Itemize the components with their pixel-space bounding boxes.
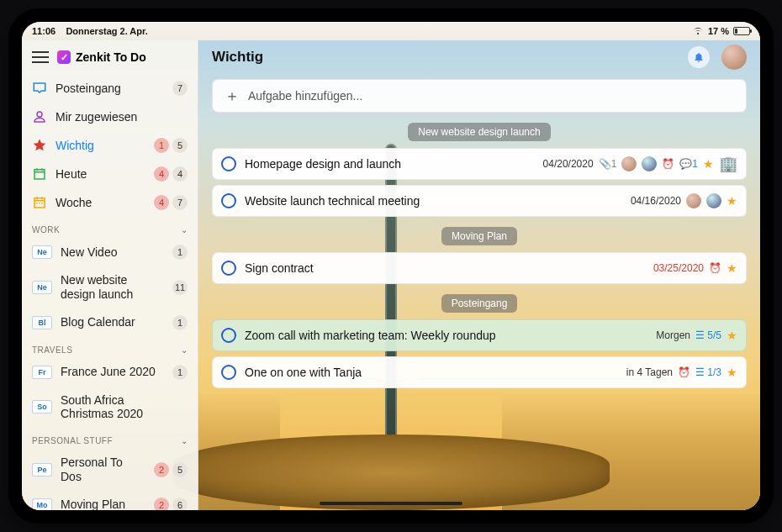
sidebar-list-item[interactable]: Ne New Video 1: [22, 238, 198, 266]
calendar-today-icon: [32, 166, 47, 182]
task-row[interactable]: Homepage design and launch 04/20/2020📎1⏰…: [212, 148, 747, 180]
sidebar-item-label: South Africa Christmas 2020: [61, 393, 179, 422]
list-abbr-icon: Ne: [32, 281, 52, 294]
star-icon[interactable]: ★: [703, 157, 714, 171]
task-title: One on one with Tanja: [245, 366, 618, 379]
chevron-down-icon: ⌄: [181, 345, 188, 355]
count-badge: 11: [172, 280, 188, 295]
task-row[interactable]: One on one with Tanja in 4 Tagen⏰☰ 1/3★: [212, 356, 747, 388]
wifi-icon: [692, 27, 704, 35]
count-badge: 7: [172, 195, 188, 210]
chevron-down-icon: ⌄: [181, 225, 188, 234]
group-tag[interactable]: Posteingang: [441, 294, 518, 313]
count-badge: 1: [172, 315, 188, 330]
sidebar-list-item[interactable]: Ne New website design launch 11: [22, 266, 198, 308]
task-checkbox[interactable]: [221, 261, 236, 276]
brand: ✓ Zenkit To Do: [57, 50, 146, 64]
sidebar-item-mir-zugewiesen[interactable]: Mir zugewiesen: [22, 103, 198, 131]
comment-icon: 💬1: [679, 158, 698, 170]
page-title: Wichtig: [212, 49, 263, 66]
status-time: 11:06: [32, 26, 55, 36]
screen: 11:06 Donnerstag 2. Apr. 17 %: [22, 22, 760, 510]
count-badge: 5: [172, 462, 188, 477]
count-badge: 6: [172, 498, 188, 510]
sidebar-item-label: Personal To Dos: [61, 456, 145, 484]
user-icon: [32, 109, 47, 124]
sidebar-section-header[interactable]: TRAVELS⌄: [22, 337, 198, 358]
group-tag[interactable]: Moving Plan: [441, 227, 517, 245]
section-title: WORK: [32, 225, 60, 234]
count-badge: 1: [172, 365, 188, 380]
app: ✓ Zenkit To Do Posteingang 7 Mir zugewie…: [22, 40, 760, 510]
count-badge: 1: [154, 138, 169, 153]
star-icon[interactable]: ★: [727, 366, 737, 379]
sidebar-list-item[interactable]: So South Africa Christmas 2020: [22, 387, 198, 429]
task-due-text: Morgen: [656, 329, 690, 341]
sidebar-section-header[interactable]: WORK⌄: [22, 217, 198, 238]
star-icon[interactable]: ★: [727, 194, 737, 208]
sidebar: ✓ Zenkit To Do Posteingang 7 Mir zugewie…: [22, 40, 198, 510]
count-badge: 4: [154, 195, 169, 210]
list-abbr-icon: Fr: [32, 366, 52, 379]
sidebar-item-label: New Video: [61, 245, 164, 260]
alarm-icon: ⏰: [678, 366, 690, 378]
task-title: Homepage design and launch: [245, 157, 535, 171]
star-icon[interactable]: ★: [727, 261, 737, 275]
add-task-row[interactable]: ＋ Aufgabe hinzufügen...: [212, 79, 747, 113]
sidebar-item-label: Blog Calendar: [61, 315, 164, 329]
topbar: Wichtig: [198, 40, 760, 74]
task-title: Sign contract: [245, 261, 645, 275]
subtask-count: ☰ 1/3: [695, 366, 721, 378]
subtask-count: ☰ 5/5: [695, 329, 721, 341]
hamburger-icon[interactable]: [32, 51, 49, 63]
star-icon[interactable]: ★: [727, 329, 737, 342]
sidebar-item-wichtig[interactable]: Wichtig 1 5: [22, 131, 198, 160]
add-task-placeholder: Aufgabe hinzufügen...: [248, 89, 362, 103]
sidebar-list-item[interactable]: Fr France June 2020 1: [22, 358, 198, 387]
sidebar-list-item[interactable]: Pe Personal To Dos 2 5: [22, 449, 198, 491]
task-row[interactable]: Website launch technical meeting 04/16/2…: [212, 185, 747, 217]
list-abbr-icon: Bl: [32, 316, 52, 329]
task-checkbox[interactable]: [221, 328, 236, 343]
list-abbr-icon: Pe: [32, 463, 52, 477]
tablet-frame: 11:06 Donnerstag 2. Apr. 17 %: [8, 8, 774, 524]
alarm-icon: ⏰: [662, 158, 674, 170]
task-due-text: in 4 Tagen: [626, 366, 673, 378]
battery-pct: 17 %: [708, 26, 729, 36]
calendar-week-icon: [32, 195, 47, 210]
task-checkbox[interactable]: [221, 365, 236, 380]
task-row[interactable]: Sign contract 03/25/2020⏰★: [212, 252, 747, 284]
avatar[interactable]: [721, 45, 747, 70]
section-title: TRAVELS: [32, 345, 72, 355]
task-checkbox[interactable]: [221, 193, 236, 208]
sidebar-item-posteingang[interactable]: Posteingang 7: [22, 74, 198, 103]
count-badge: 7: [172, 81, 188, 96]
task-title: Website launch technical meeting: [245, 194, 622, 208]
sidebar-item-label: Moving Plan: [61, 498, 145, 510]
notifications-button[interactable]: [688, 46, 710, 68]
task-row[interactable]: Zoom call with marketing team: Weekly ro…: [212, 319, 747, 351]
sidebar-item-label: France June 2020: [61, 365, 164, 379]
assignee-avatar: [686, 193, 701, 208]
sidebar-item-woche[interactable]: Woche 4 7: [22, 188, 198, 217]
sidebar-item-label: Heute: [55, 167, 145, 182]
sidebar-section-header[interactable]: PERSONAL STUFF⌄: [22, 428, 198, 449]
chevron-down-icon: ⌄: [181, 436, 188, 445]
count-badge: 5: [172, 138, 188, 153]
sidebar-list-item[interactable]: Bl Blog Calendar 1: [22, 308, 198, 337]
count-badge: 4: [172, 166, 188, 182]
task-checkbox[interactable]: [221, 156, 236, 171]
sidebar-item-label: Wichtig: [55, 139, 145, 153]
count-badge: 1: [172, 245, 188, 260]
group-tag[interactable]: New website design launch: [408, 123, 550, 141]
list-abbr-icon: So: [32, 400, 52, 413]
sidebar-list-item[interactable]: Mo Moving Plan 2 6: [22, 491, 198, 510]
task-title: Zoom call with marketing team: Weekly ro…: [245, 329, 647, 342]
inbox-icon: [32, 81, 47, 96]
plus-icon: ＋: [225, 86, 240, 106]
thumbnail-icon: 🏢: [719, 155, 737, 173]
count-badge: 2: [154, 498, 169, 510]
sidebar-item-heute[interactable]: Heute 4 4: [22, 160, 198, 188]
attachment-icon: 📎1: [599, 158, 617, 170]
assignee-avatar: [621, 156, 637, 171]
